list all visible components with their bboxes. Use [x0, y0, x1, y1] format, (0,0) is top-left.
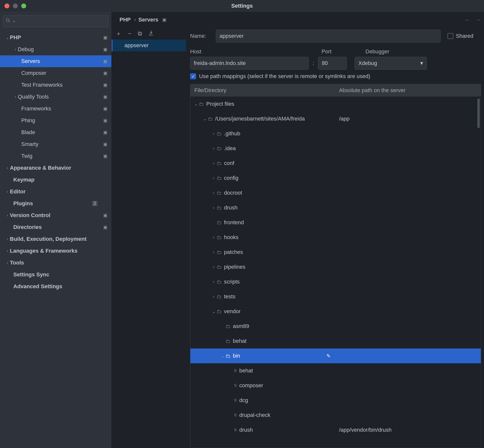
add-server-button[interactable]: ＋ [116, 30, 121, 38]
chevron-right-icon[interactable]: › [211, 280, 217, 284]
project-icon: ▣ [103, 35, 107, 40]
tree-item-bed[interactable]: ›Build, Execution, Deployment [0, 233, 111, 245]
minimize-window-button[interactable] [13, 3, 18, 8]
tree-item-test-frameworks[interactable]: Test Frameworks▣ [0, 79, 111, 91]
chevron-right-icon[interactable]: › [211, 235, 217, 240]
chevron-right-icon[interactable]: › [211, 250, 217, 254]
titlebar: Settings [0, 0, 484, 12]
scrollbar-thumb[interactable] [477, 99, 480, 128]
table-row[interactable]: ›🗀scripts [190, 274, 481, 289]
table-row[interactable]: ›🗀asm89 [190, 319, 481, 334]
project-icon: ▣ [103, 153, 107, 159]
tree-item-php[interactable]: ⌄PHP▣ [0, 32, 111, 43]
server-name-input[interactable] [216, 30, 441, 42]
breadcrumb-php[interactable]: PHP [120, 17, 131, 23]
server-item-appserver[interactable]: appserver [112, 40, 186, 51]
tree-item-lang-fw[interactable]: ›Languages & Frameworks [0, 245, 111, 257]
project-icon: ▣ [103, 82, 107, 88]
tree-item-tools[interactable]: ›Tools [0, 257, 111, 269]
table-row[interactable]: ›🗀docroot [190, 185, 481, 200]
tree-item-composer[interactable]: Composer▣ [0, 67, 111, 79]
tree-item-keymap[interactable]: Keymap [0, 174, 111, 186]
chevron-right-icon[interactable]: › [211, 161, 217, 165]
debugger-value: Xdebug [358, 60, 377, 66]
table-row[interactable]: ›🗀tests [190, 289, 481, 304]
table-row[interactable]: ›🗀config [190, 171, 481, 185]
table-row[interactable]: ⌄🗀/Users/jamesbarnett/sites/AMA/freida /… [190, 111, 481, 126]
php-file-icon: ⎘ [234, 368, 237, 373]
project-icon: ▣ [162, 17, 166, 22]
tree-item-settings-sync[interactable]: Settings Sync [0, 269, 111, 281]
edit-icon[interactable]: ✎ [326, 353, 331, 359]
chevron-right-icon[interactable]: › [211, 176, 217, 180]
chevron-right-icon[interactable]: › [211, 131, 217, 136]
maximize-window-button[interactable] [21, 3, 26, 8]
project-icon: ▣ [103, 130, 107, 135]
chevron-right-icon: › [5, 261, 10, 265]
chevron-right-icon: › [5, 166, 10, 170]
table-row[interactable]: ›🗀behat [190, 334, 481, 348]
close-window-button[interactable] [4, 3, 9, 8]
tree-item-plugins[interactable]: Plugins2 [0, 198, 111, 209]
tree-item-blade[interactable]: Blade▣ [0, 126, 111, 138]
table-row[interactable]: ›⎘drupal-check [190, 408, 481, 423]
folder-icon: 🗀 [217, 220, 222, 225]
import-server-button[interactable] [148, 30, 154, 37]
tree-item-version-control[interactable]: ›Version Control▣ [0, 209, 111, 221]
table-row[interactable]: ›⎘composer [190, 378, 481, 393]
tree-item-twig[interactable]: Twig▣ [0, 150, 111, 162]
shared-label: Shared [456, 33, 473, 39]
php-file-icon: ⎘ [234, 428, 237, 432]
nav-forward-button[interactable]: → [475, 16, 482, 24]
chevron-right-icon[interactable]: › [211, 205, 217, 210]
table-row[interactable]: ›⎘dcg [190, 393, 481, 408]
search-icon [6, 18, 11, 24]
table-row[interactable]: ›🗀.github [190, 126, 481, 141]
chevron-right-icon[interactable]: › [211, 191, 217, 195]
table-row[interactable]: ›🗀drush [190, 200, 481, 215]
table-row[interactable]: ›🗀conf [190, 156, 481, 171]
folder-icon: 🗀 [217, 190, 222, 196]
path-mappings-label: Use path mappings (select if the server … [199, 73, 370, 80]
table-row[interactable]: ⌄🗀bin✎ [190, 348, 481, 363]
php-file-icon: ⎘ [234, 383, 237, 388]
port-input[interactable] [318, 57, 347, 70]
chevron-right-icon[interactable]: › [211, 265, 217, 269]
chevron-down-icon[interactable]: ⌄ [193, 102, 199, 106]
chevron-right-icon: › [5, 213, 10, 218]
chevron-down-icon[interactable]: ⌄ [202, 117, 208, 121]
table-row[interactable]: ⌄🗀Project files [190, 97, 481, 111]
path-mappings-checkbox[interactable]: ✓ [190, 73, 196, 79]
table-row[interactable]: ›🗀.idea [190, 141, 481, 156]
tree-item-servers[interactable]: Servers▣ [0, 55, 111, 67]
tree-item-appearance[interactable]: ›Appearance & Behavior [0, 162, 111, 174]
tree-item-phing[interactable]: Phing▣ [0, 115, 111, 126]
tree-item-directories[interactable]: Directories▣ [0, 221, 111, 233]
tree-item-quality-tools[interactable]: ›Quality Tools▣ [0, 91, 111, 103]
copy-server-button[interactable]: ⧉ [138, 30, 142, 37]
tree-item-smarty[interactable]: Smarty▣ [0, 138, 111, 150]
table-row[interactable]: ›⎘behat [190, 363, 481, 378]
chevron-down-icon[interactable]: ⌄ [211, 309, 217, 314]
table-row[interactable]: ›🗀patches [190, 245, 481, 260]
host-input[interactable] [190, 57, 309, 70]
table-row[interactable]: ›⎘drush/app/vendor/bin/drush [190, 423, 481, 437]
search-input[interactable]: ▾ [3, 15, 108, 27]
debugger-select[interactable]: Xdebug ▾ [355, 57, 427, 70]
remove-server-button[interactable]: − [128, 30, 131, 37]
chevron-right-icon[interactable]: › [211, 146, 217, 151]
table-row[interactable]: ›🗀hooks [190, 230, 481, 245]
shared-checkbox[interactable] [447, 33, 453, 39]
tree-item-frameworks[interactable]: Frameworks▣ [0, 103, 111, 115]
table-row[interactable]: ›🗀frontend [190, 215, 481, 230]
svg-point-0 [6, 19, 9, 22]
table-row[interactable]: ›🗀pipelines [190, 260, 481, 274]
nav-back-button[interactable]: ← [464, 16, 471, 24]
chevron-down-icon[interactable]: ⌄ [220, 354, 225, 358]
table-row[interactable]: ⌄🗀vendor [190, 304, 481, 319]
tree-item-advanced[interactable]: Advanced Settings [0, 281, 111, 292]
chevron-right-icon[interactable]: › [211, 294, 217, 299]
tree-item-debug[interactable]: ›Debug▣ [0, 43, 111, 55]
server-list-panel: ＋ − ⧉ appserver [112, 28, 186, 448]
tree-item-editor[interactable]: ›Editor [0, 186, 111, 198]
